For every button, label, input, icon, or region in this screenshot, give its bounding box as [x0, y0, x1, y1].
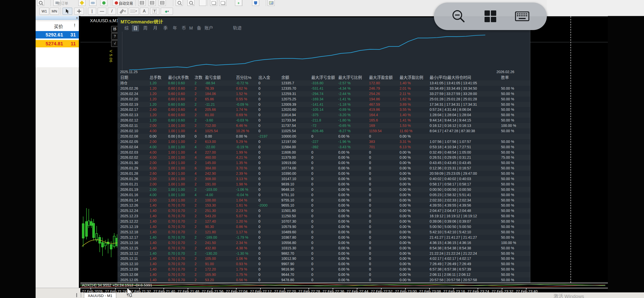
panel-tab-年[interactable]: 年 — [172, 25, 178, 31]
cell: 0 — [258, 192, 281, 198]
cell: 164.4 — [369, 112, 400, 118]
table-row[interactable]: 2026.02.191.200.60 | 0.602-11.21-0.09 %0… — [118, 102, 530, 107]
table-row[interactable]: 2026.02.131.200.60 | 0.60281.000.69 %011… — [118, 112, 530, 118]
panel-tab-季[interactable]: 季 — [162, 25, 169, 31]
table-row[interactable]: 2026.02.112.001.00 | 1.002712.006.46 %01… — [118, 123, 530, 128]
column-header: 余额 — [281, 74, 311, 80]
table-row[interactable]: 2026.02.034.001.00 | 1.004227.001.99 %01… — [118, 150, 530, 155]
table-row[interactable]: 2025.12.151.400.70 | 0.702432.804.38 %01… — [118, 246, 530, 251]
quotes-titlebar[interactable]: x — [36, 16, 79, 20]
mouse-cursor — [127, 288, 134, 298]
table-row[interactable]: 2026.02.172.400.60 | 0.604205.661.74 %01… — [118, 107, 530, 112]
table-row[interactable]: 2026.02.104.001.00 | 1.0041025.5410.26 %… — [118, 128, 530, 134]
table-row[interactable]: 2025.12.081.400.70 | 0.702165.901.75 %09… — [118, 272, 530, 277]
cell: 0 — [311, 192, 338, 198]
table-row[interactable]: 2026.01.302.001.00 | 1.002145.001.35 %01… — [118, 160, 530, 166]
table-row[interactable]: 2025.12.091.400.70 | 0.702172.201.79 %09… — [118, 267, 530, 272]
bar-chart-icon[interactable] — [138, 0, 145, 6]
cell: 2 — [195, 160, 205, 166]
new-order-label[interactable]: 新订单 — [57, 1, 68, 6]
timeframe-mn-button[interactable]: MN — [50, 8, 59, 15]
table-row[interactable]: 2025.12.051.400.70 | 0.70253.200.56 %094… — [118, 277, 530, 283]
panel-tab-日[interactable]: 日 — [132, 25, 139, 31]
table-row[interactable]: 2026.01.192.001.00 | 1.002-103.00-1.06 %… — [118, 187, 530, 192]
table-row[interactable]: 2025.12.161.400.70 | 0.702241.502.34 %01… — [118, 240, 530, 246]
panel-tab-track[interactable]: 轨迹 — [232, 25, 243, 31]
navigator-icon[interactable] — [252, 0, 259, 6]
table-row[interactable]: 2026.01.212.001.00 | 1.002191.001.98 %09… — [118, 182, 530, 187]
horizontal-line-tool-button[interactable]: — — [98, 8, 106, 15]
table-row[interactable]: 2026.02.261.200.60 | 0.60276.390.62 %012… — [118, 86, 530, 91]
panel-tab-M[interactable]: M — [188, 25, 194, 31]
table-row[interactable]: 2026.01.164.001.00 | 1.004-4.00-0.04 %09… — [118, 192, 530, 198]
chart-tab-xauusd[interactable]: XAUUSD - M1 — [84, 293, 116, 298]
zoom-out-icon[interactable] — [451, 9, 466, 24]
panel-tab-周[interactable]: 周 — [142, 25, 149, 31]
label-tool-button[interactable]: T — [150, 8, 159, 15]
table-row[interactable]: 2025.12.261.400.70 | 0.702153.301.61 %-2… — [118, 203, 530, 208]
shapes-tool-button[interactable]: ◆▾ — [161, 8, 173, 15]
candle-chart-icon[interactable] — [149, 0, 156, 6]
cell: 10390.00 — [281, 171, 311, 176]
trendline-tool-button[interactable]: / — [108, 8, 116, 15]
table-row[interactable]: 2026.02.024.001.00 | 1.004460.004.21 %01… — [118, 155, 530, 160]
panel-tab-月[interactable]: 月 — [152, 25, 158, 31]
table-row[interactable]: 2025.12.231.400.70 | 0.702543.205.07 %01… — [118, 213, 530, 219]
panel-tab-account[interactable]: 账户 — [203, 25, 214, 31]
table-row[interactable]: 2026.01.282.600.30 | 1.004242.902.39 %01… — [118, 171, 530, 176]
tab-scroller[interactable] — [76, 293, 81, 297]
table-row[interactable]: 2026.02.044.001.00 | 1.004-22.00-0.19 %0… — [118, 144, 530, 150]
table-row[interactable]: 2025.12.111.400.70 | 0.702105.001.06 %01… — [118, 256, 530, 261]
keyboard-icon[interactable] — [515, 9, 530, 24]
ask-quote-row[interactable]: 5292.61 31 — [36, 31, 79, 38]
profiles-icon[interactable] — [219, 0, 226, 6]
timeframe-w1-button[interactable]: W1 — [39, 8, 49, 15]
zoom-in-icon[interactable] — [176, 0, 183, 6]
tile-windows-icon[interactable] — [199, 0, 206, 6]
community-icon[interactable] — [100, 0, 107, 6]
table-row[interactable]: 2025.12.241.400.70 | 0.702251.302.23 %01… — [118, 208, 530, 213]
cell: 0.00 % — [400, 235, 430, 240]
line-chart-icon[interactable] — [159, 0, 166, 6]
panel-tab-综[interactable]: 综 — [123, 25, 130, 31]
table-row[interactable]: 2025.12.181.400.70 | 0.702121.801.17 %01… — [118, 229, 530, 235]
fibonacci-tool-button[interactable]: E — [118, 8, 128, 15]
vertical-line-tool-button[interactable]: | — [88, 8, 96, 15]
cursor-tool-button[interactable] — [63, 8, 72, 15]
table-row[interactable]: 2026.01.296.001.00 | 1.006384.003.70 %01… — [118, 166, 530, 171]
cloud-icon[interactable] — [89, 0, 96, 6]
table-row[interactable]: 2026.01.262.001.00 | 1.002308.003.13 %01… — [118, 176, 530, 182]
table-row[interactable]: 2025.12.221.400.70 | 0.702127.401.20 %01… — [118, 219, 530, 224]
grid-icon[interactable] — [483, 9, 498, 24]
cell: 251.30 — [205, 208, 236, 213]
template-icon[interactable] — [78, 0, 85, 6]
indicators-icon[interactable]: + — [235, 0, 242, 6]
panel-tab-备[interactable]: 备 — [196, 25, 202, 31]
table-row[interactable]: 2026.02.241.200.60 | 0.602184.061.52 %01… — [118, 91, 530, 97]
cell: 50.00 % — [501, 128, 524, 134]
table-row[interactable]: 2025.12.171.400.70 | 0.702-189.00-1.79 %… — [118, 235, 530, 240]
table-row[interactable]: 2025.12.101.400.70 | 0.70291.000.93 %099… — [118, 261, 530, 267]
terminal-icon[interactable] — [268, 0, 275, 6]
table-row[interactable]: 2026.02.080.000.00 | 0.0000.000.00 %-219… — [118, 134, 530, 139]
print-preview-icon[interactable] — [37, 0, 44, 6]
table-row[interactable]: 2025.12.191.400.70 | 0.70290.300.86 %010… — [118, 224, 530, 229]
zoom-out-icon[interactable] — [187, 0, 195, 6]
cell: 0 — [258, 187, 281, 192]
crosshair-tool-button[interactable] — [74, 8, 84, 15]
table-row[interactable]: 持仓1.200.60 | 0.602-88.94-0.72 %012335.7-… — [118, 80, 530, 86]
table-row[interactable]: 2026.02.121.200.60 | 0.602-3.60-0.03 %01… — [118, 118, 530, 123]
bid-quote-row[interactable]: 5274.81 11 — [36, 40, 79, 47]
panel-tab-币[interactable]: 币 — [181, 25, 187, 31]
cell: 0 — [311, 272, 338, 277]
table-row[interactable]: 2026.01.142.001.00 | 1.002100.001.04 %09… — [118, 198, 530, 203]
close-icon[interactable]: x — [76, 16, 78, 20]
table-row[interactable]: 2026.02.052.001.00 | 1.002613.005.29 %01… — [118, 139, 530, 144]
new-chart-icon[interactable] — [210, 0, 217, 6]
channels-tool-button[interactable]: F — [129, 8, 139, 15]
cell: 2 — [195, 208, 205, 213]
text-tool-button[interactable]: A — [140, 8, 149, 15]
table-row[interactable]: 2026.02.201.200.60 | 0.60265.860.55 %012… — [118, 97, 530, 102]
table-row[interactable]: 2025.12.121.400.70 | 0.702-130.20-1.30 %… — [118, 251, 530, 256]
auto-trading-label[interactable]: 自动交易 — [119, 1, 133, 6]
